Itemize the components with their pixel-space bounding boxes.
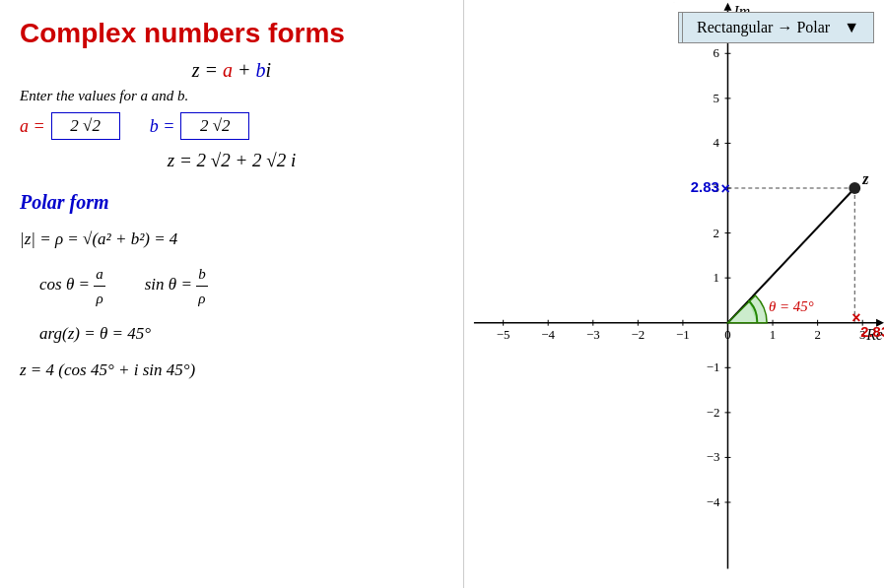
input-b[interactable]: 2 √2	[180, 112, 249, 140]
inputs-row: a = 2 √2 b = 2 √2	[20, 112, 443, 140]
sin-formula: sin θ = b ρ	[145, 262, 208, 310]
polar-z-formula: z = 4 (cos 45° + i sin 45°)	[20, 357, 443, 383]
polar-section: Polar form |z| = ρ = √(a² + b²) = 4 cos …	[20, 191, 443, 384]
formula-top: z = a + bi	[20, 59, 443, 82]
right-panel: Rectangular → Polar ▼ Re Im	[464, 0, 884, 588]
input-a[interactable]: 2 √2	[51, 112, 120, 140]
polar-mod-formula: |z| = ρ = √(a² + b²) = 4	[20, 226, 443, 252]
input-instruction: Enter the values for a and b.	[20, 88, 443, 104]
svg-text:−4: −4	[541, 328, 555, 342]
svg-text:−5: −5	[497, 328, 510, 342]
svg-text:−2: −2	[632, 328, 646, 342]
svg-text:z: z	[861, 170, 869, 187]
polar-trig-formula: cos θ = a ρ sin θ = b ρ	[39, 262, 443, 310]
label-a: a =	[20, 116, 45, 137]
dropdown-text: Rectangular → Polar	[697, 19, 830, 36]
left-panel: Complex numbers forms z = a + bi Enter t…	[0, 0, 463, 588]
polar-arg-formula: arg(z) = θ = 45°	[39, 320, 443, 347]
svg-text:×: ×	[721, 180, 730, 197]
svg-text:−3: −3	[586, 328, 600, 342]
cos-formula: cos θ = a ρ	[39, 262, 105, 310]
cos-fraction: a ρ	[94, 262, 105, 310]
svg-text:5: 5	[713, 92, 718, 105]
svg-text:−4: −4	[707, 495, 720, 509]
main-title: Complex numbers forms	[20, 18, 443, 49]
svg-text:×: ×	[851, 309, 860, 326]
svg-point-62	[849, 182, 860, 194]
svg-text:2.83: 2.83	[860, 324, 884, 340]
input-group-a: a = 2 √2	[20, 112, 120, 140]
coordinate-graph: Re Im −5 −4 −3 −2 −1	[464, 0, 884, 588]
formula-z-var: z = a + bi	[192, 59, 271, 81]
svg-text:θ = 45°: θ = 45°	[769, 298, 814, 314]
dropdown-arrow-icon: ▼	[844, 19, 859, 36]
svg-text:2: 2	[814, 328, 820, 342]
svg-text:4: 4	[713, 136, 719, 150]
result-formula: z = 2 √2 + 2 √2 i	[20, 150, 443, 171]
svg-text:6: 6	[713, 46, 719, 60]
svg-text:1: 1	[713, 271, 718, 285]
svg-text:2.83: 2.83	[691, 179, 719, 195]
polar-title: Polar form	[20, 191, 443, 214]
svg-text:−1: −1	[676, 328, 690, 342]
svg-text:0: 0	[724, 328, 730, 342]
svg-text:−3: −3	[707, 450, 720, 464]
svg-rect-15	[464, 3, 884, 585]
svg-text:−2: −2	[707, 406, 720, 420]
svg-text:−1: −1	[707, 360, 720, 374]
svg-text:2: 2	[713, 227, 718, 240]
conversion-dropdown-button[interactable]: Rectangular → Polar ▼	[682, 12, 874, 43]
sin-fraction: b ρ	[196, 262, 208, 310]
label-b: b =	[150, 116, 175, 137]
svg-text:1: 1	[770, 328, 776, 342]
input-group-b: b = 2 √2	[150, 112, 250, 140]
